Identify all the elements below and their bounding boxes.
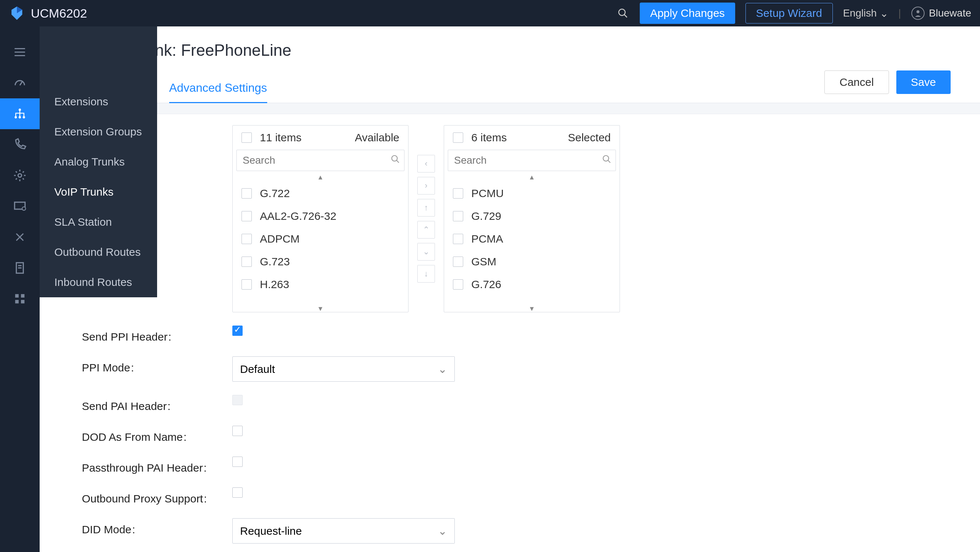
move-top-button[interactable]: ⌃ [417, 221, 435, 239]
search-icon [391, 154, 400, 167]
list-item[interactable]: G.723 [233, 250, 408, 273]
item-label: ADPCM [260, 233, 299, 245]
passthrough-pai-label: Passthrough PAI Header [82, 457, 232, 474]
available-search-input[interactable] [236, 150, 404, 171]
move-left-button[interactable]: ‹ [417, 155, 435, 172]
svg-line-3 [20, 82, 22, 86]
sidebar-call-icon[interactable] [0, 129, 40, 160]
list-item[interactable]: PCMU [444, 182, 620, 205]
send-ppi-checkbox[interactable] [232, 326, 243, 336]
scroll-down-icon: ▼ [444, 305, 620, 312]
sidebar-apps-icon[interactable] [0, 283, 40, 314]
page-title: Edit SIP Trunk: FreePhoneLine [69, 41, 951, 59]
submenu-item[interactable]: Outbound Routes [40, 237, 157, 267]
sidebar-monitor-icon[interactable] [0, 191, 40, 222]
svg-point-20 [603, 156, 609, 161]
did-mode-value: Request-line [240, 525, 302, 537]
item-label: AAL2-G.726-32 [260, 210, 336, 223]
item-label: G.723 [260, 255, 290, 268]
brand-logo-icon [9, 5, 25, 21]
dod-from-name-checkbox[interactable] [232, 426, 243, 436]
list-item[interactable]: G.726 [444, 273, 620, 296]
item-checkbox[interactable] [453, 256, 463, 267]
svg-rect-17 [21, 300, 25, 304]
svg-line-19 [396, 161, 399, 163]
sidebar-dashboard-icon[interactable] [0, 68, 40, 99]
submenu-item[interactable]: SLA Station [40, 207, 157, 237]
list-item[interactable]: ADPCM [233, 227, 408, 250]
svg-point-18 [391, 156, 397, 161]
available-count: 11 items [260, 131, 355, 144]
svg-rect-15 [21, 294, 25, 297]
scroll-up-icon: ▲ [444, 174, 620, 181]
submenu-item[interactable]: Extension Groups [40, 117, 157, 147]
username-label: Bluewate [929, 7, 971, 19]
item-checkbox[interactable] [453, 234, 463, 244]
sidebar-document-icon[interactable] [0, 253, 40, 283]
item-checkbox[interactable] [453, 211, 463, 221]
item-checkbox[interactable] [242, 211, 252, 221]
tab-advanced-settings[interactable]: Advanced Settings [169, 74, 267, 103]
setup-wizard-button[interactable]: Setup Wizard [745, 3, 833, 24]
submenu-item[interactable]: VoIP Trunks [40, 177, 157, 207]
user-menu[interactable]: Bluewate [912, 6, 971, 20]
language-select[interactable]: English ⌄ [843, 7, 888, 19]
svg-point-0 [619, 9, 625, 16]
selected-search-input[interactable] [448, 150, 616, 171]
move-right-button[interactable]: › [417, 177, 435, 194]
sidebar-network-icon[interactable] [0, 99, 40, 129]
move-down-button[interactable]: ↓ [417, 265, 435, 283]
svg-rect-16 [15, 300, 19, 304]
outbound-proxy-checkbox[interactable] [232, 487, 243, 498]
list-item[interactable]: AAL2-G.726-32 [233, 205, 408, 227]
item-checkbox[interactable] [242, 279, 252, 290]
search-icon[interactable] [616, 6, 630, 20]
passthrough-pai-checkbox[interactable] [232, 457, 243, 467]
item-checkbox[interactable] [242, 188, 252, 199]
move-bottom-button[interactable]: ⌄ [417, 243, 435, 261]
svg-point-4 [19, 109, 21, 111]
move-up-button[interactable]: ↑ [417, 199, 435, 216]
apply-changes-button[interactable]: Apply Changes [640, 3, 735, 24]
list-item[interactable]: PCMA [444, 227, 620, 250]
selected-select-all-checkbox[interactable] [453, 132, 463, 143]
did-mode-select[interactable]: Request-line ⌄ [232, 518, 455, 544]
cancel-button[interactable]: Cancel [824, 70, 889, 94]
dod-from-name-label: DOD As From Name [82, 426, 232, 443]
list-item[interactable]: G.729 [444, 205, 620, 227]
selected-label: Selected [568, 131, 611, 144]
sidebar-tools-icon[interactable] [0, 222, 40, 253]
list-item[interactable]: H.263 [233, 273, 408, 296]
list-item[interactable]: G.722 [233, 182, 408, 205]
submenu-panel: ExtensionsExtension GroupsAnalog TrunksV… [40, 26, 157, 297]
avatar-icon [912, 6, 924, 20]
list-item[interactable]: GSM [444, 250, 620, 273]
item-label: G.729 [471, 210, 501, 223]
item-checkbox[interactable] [242, 234, 252, 244]
submenu-item[interactable]: Inbound Routes [40, 267, 157, 297]
main-content: Edit SIP Trunk: FreePhoneLine Basic Sett… [40, 26, 980, 552]
send-ppi-label: Send PPI Header [82, 326, 232, 343]
submenu-item[interactable]: Extensions [40, 87, 157, 117]
form-area: Codec 11 items Available ▲ G.72 [40, 114, 980, 552]
item-checkbox[interactable] [242, 256, 252, 267]
ppi-mode-select[interactable]: Default ⌄ [232, 356, 455, 382]
available-list: 11 items Available ▲ G.722AAL2-G.726-32A… [232, 125, 409, 312]
svg-line-1 [624, 15, 627, 17]
ppi-mode-value: Default [240, 363, 275, 375]
item-label: PCMU [471, 187, 504, 200]
sidebar-menu-icon[interactable] [0, 37, 40, 68]
available-select-all-checkbox[interactable] [242, 132, 252, 143]
svg-line-21 [608, 161, 610, 163]
svg-rect-14 [15, 294, 19, 297]
submenu-item[interactable]: Analog Trunks [40, 147, 157, 177]
chevron-down-icon: ⌄ [880, 7, 888, 19]
send-pai-checkbox[interactable] [232, 395, 243, 405]
item-checkbox[interactable] [453, 279, 463, 290]
sidebar-settings-icon[interactable] [0, 160, 40, 191]
item-checkbox[interactable] [453, 188, 463, 199]
save-button[interactable]: Save [896, 70, 951, 94]
tabs-row: Basic Settings Advanced Settings Cancel … [40, 73, 980, 103]
scroll-down-icon: ▼ [233, 305, 408, 312]
svg-point-5 [15, 116, 17, 118]
